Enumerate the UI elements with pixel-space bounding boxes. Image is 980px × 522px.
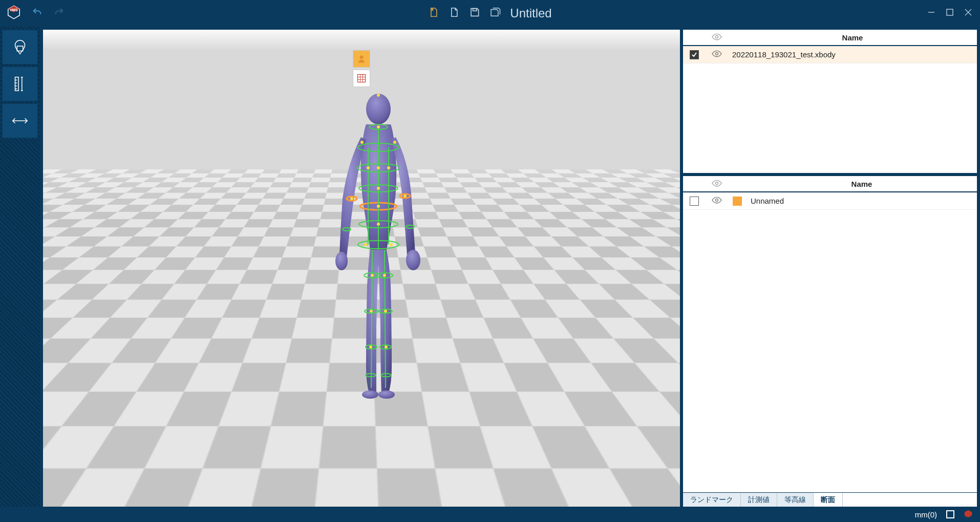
eye-icon (712, 180, 722, 188)
status-bar: mm(0) (0, 507, 980, 522)
svg-point-70 (403, 194, 407, 198)
svg-point-55 (377, 166, 380, 169)
row-name: 20220118_193021_test.xbody (728, 50, 977, 59)
svg-point-16 (360, 55, 364, 59)
viewport-tool-avatar[interactable] (353, 50, 370, 68)
tab-contour[interactable]: 等高線 (777, 493, 814, 507)
tab-section[interactable]: 断面 (814, 493, 843, 507)
svg-point-58 (377, 187, 380, 190)
svg-point-60 (377, 223, 380, 226)
minimize-button[interactable] (928, 9, 935, 18)
body-list-row[interactable]: 20220118_193021_test.xbody (683, 46, 977, 63)
tool-measure-body[interactable] (2, 30, 38, 64)
body-list-panel: Name 20220118_193021_test.xbody (683, 30, 977, 173)
column-header-name: Name (728, 33, 977, 42)
svg-text:HMS: HMS (10, 8, 18, 12)
svg-point-71 (626, 485, 658, 494)
tab-landmark[interactable]: ランドマーク (683, 493, 741, 507)
body-model[interactable] (317, 91, 440, 403)
row-checkbox[interactable] (690, 50, 699, 59)
svg-marker-81 (965, 510, 972, 517)
document-title: Untitled (510, 6, 551, 20)
svg-point-77 (716, 35, 718, 38)
svg-point-69 (350, 197, 353, 200)
titlebar: HMS + Untitled (0, 0, 980, 27)
svg-point-53 (360, 141, 364, 144)
tab-measurement[interactable]: 計測値 (741, 493, 777, 507)
svg-point-78 (716, 53, 718, 55)
svg-rect-7 (947, 9, 953, 15)
svg-point-66 (384, 310, 387, 313)
svg-point-25 (362, 390, 378, 399)
status-toggle-box[interactable] (946, 510, 954, 518)
row-checkbox[interactable] (690, 197, 699, 206)
svg-point-62 (390, 243, 393, 246)
left-toolbar (0, 27, 40, 507)
unit-label[interactable]: mm(0) (915, 510, 937, 519)
svg-point-59 (377, 205, 380, 208)
undo-icon[interactable] (32, 7, 43, 20)
svg-point-63 (371, 274, 374, 277)
svg-point-67 (369, 345, 372, 349)
svg-point-80 (716, 199, 718, 202)
svg-point-56 (367, 166, 370, 169)
svg-rect-10 (17, 46, 23, 51)
save-as-icon[interactable] (489, 7, 501, 20)
new-file-icon[interactable]: + (428, 7, 439, 20)
svg-rect-5 (473, 9, 477, 11)
svg-point-61 (364, 243, 367, 246)
svg-rect-17 (358, 75, 366, 82)
status-app-icon[interactable] (964, 509, 973, 520)
svg-point-51 (377, 94, 380, 97)
tool-ruler[interactable] (2, 67, 38, 101)
svg-point-64 (383, 274, 386, 277)
close-button[interactable] (965, 9, 972, 18)
redo-icon (53, 7, 65, 20)
color-swatch[interactable] (733, 197, 742, 206)
svg-text:F: F (635, 465, 641, 476)
viewport-tool-grid[interactable] (353, 70, 370, 87)
svg-point-22 (366, 94, 391, 124)
viewport-3d[interactable]: F R (43, 30, 680, 507)
eye-icon[interactable] (712, 50, 722, 59)
svg-point-23 (335, 252, 348, 270)
right-panel: Name 20220118_193021_test.xbody (683, 27, 980, 507)
orientation-cube[interactable]: F R (619, 450, 665, 496)
section-list-panel: Name Unnamed ランドマーク 計測値 等高線 断面 (683, 176, 977, 507)
svg-text:R: R (648, 462, 655, 473)
eye-icon[interactable] (712, 197, 722, 205)
save-icon[interactable] (469, 7, 480, 20)
column-header-name: Name (747, 180, 977, 188)
svg-point-65 (370, 310, 373, 313)
svg-point-68 (385, 345, 388, 349)
eye-icon (712, 33, 722, 42)
row-name: Unnamed (747, 197, 977, 205)
svg-point-54 (393, 141, 396, 144)
svg-point-52 (377, 125, 380, 128)
svg-point-24 (406, 250, 420, 270)
svg-text:+: + (431, 8, 433, 11)
section-list-row[interactable]: Unnamed (683, 192, 977, 210)
svg-point-57 (387, 166, 390, 169)
svg-point-79 (716, 182, 718, 184)
panel-tabs: ランドマーク 計測値 等高線 断面 (683, 492, 977, 507)
tool-stretch[interactable] (2, 103, 38, 138)
svg-point-26 (378, 390, 395, 399)
app-logo-icon: HMS (6, 5, 22, 22)
open-file-icon[interactable] (449, 7, 460, 20)
maximize-button[interactable] (946, 9, 953, 18)
